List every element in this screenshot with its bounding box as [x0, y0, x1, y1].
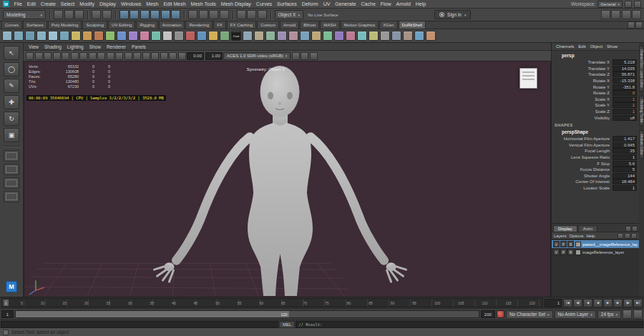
channel-row[interactable]: F Stop 5.6 — [552, 160, 639, 167]
viewport-toolbar-icon[interactable] — [142, 52, 150, 60]
layer-playback-toggle[interactable]: P — [560, 249, 567, 255]
snap-icon[interactable] — [130, 10, 139, 19]
channel-value-field[interactable]: 1 — [613, 97, 637, 102]
render-icon[interactable] — [258, 10, 267, 19]
viewport-toolbar-icon[interactable] — [35, 52, 43, 60]
layer-menu[interactable]: Help — [586, 234, 595, 238]
channel-value-field[interactable]: 144 — [613, 173, 637, 179]
anim-layer-selector[interactable]: No Anim Layer ▾ — [555, 310, 596, 319]
viewport-toolbar-icon[interactable] — [310, 52, 318, 60]
menu-set-selector[interactable]: Modeling ▾ — [3, 10, 46, 19]
channel-row[interactable]: Translate X 5.218 — [552, 59, 639, 66]
menu-item[interactable]: Mesh Display — [218, 1, 253, 6]
shelf-tool-icon[interactable] — [208, 31, 218, 41]
viewport-toolbar-icon[interactable] — [292, 52, 300, 60]
menu-item[interactable]: Cache — [358, 1, 378, 6]
shelf-tool-icon[interactable] — [117, 31, 127, 41]
animation-start-field[interactable] — [1, 310, 14, 318]
exposure-field[interactable] — [187, 52, 204, 60]
shelf-tab[interactable]: Custom — [257, 21, 279, 29]
animation-preferences-icon[interactable] — [633, 310, 643, 319]
shelf-tool-icon[interactable] — [391, 31, 401, 41]
viewport-toolbar-icon[interactable] — [169, 52, 177, 60]
layer-menu[interactable]: Layers — [554, 234, 566, 238]
status-icon[interactable] — [54, 10, 63, 19]
command-input[interactable] — [1, 321, 278, 328]
playback-button[interactable]: ◀ — [593, 299, 602, 307]
viewport-toolbar-icon[interactable] — [178, 52, 186, 60]
shelf-tab[interactable]: Arnold — [280, 21, 299, 29]
shelf-tool-icon[interactable] — [346, 31, 356, 41]
channel-box-menu[interactable]: Object — [589, 44, 604, 49]
layout-preset-button[interactable] — [4, 164, 19, 175]
channel-row[interactable]: Scale Y 1 — [552, 102, 639, 109]
menu-item[interactable]: File — [11, 1, 24, 6]
character-model[interactable] — [154, 66, 406, 296]
layer-playback-toggle[interactable]: P — [560, 241, 567, 247]
viewport-toolbar-icon[interactable] — [160, 52, 168, 60]
selection-mask-icon[interactable] — [199, 10, 208, 19]
channel-value-field[interactable]: 1 — [613, 185, 637, 191]
viewport-toolbar-icon[interactable] — [125, 52, 132, 60]
image-plane-card[interactable] — [519, 68, 537, 89]
shelf-tool-icon[interactable] — [151, 31, 161, 41]
sidebar-toggle-icon[interactable] — [601, 10, 610, 19]
viewport-toolbar-icon[interactable] — [107, 52, 114, 60]
shelf-tab[interactable]: XGen — [379, 21, 397, 29]
channel-box-menu[interactable]: Show — [605, 44, 619, 49]
shelf-tab[interactable]: FX — [213, 21, 226, 29]
shelf-tool-icon[interactable] — [220, 31, 230, 41]
shelf-tool-icon[interactable] — [94, 31, 104, 41]
colorspace-selector[interactable]: ACES 1.0 SDR-video (sRGB) ▾ — [223, 52, 291, 60]
range-slider-track[interactable]: 120 — [15, 310, 479, 318]
channel-box-menu[interactable]: Channels — [555, 44, 575, 49]
channel-value-field[interactable]: 1 — [613, 102, 637, 108]
panel-menu-item[interactable]: Shading — [42, 44, 64, 49]
toolbox-tool-button[interactable]: ↻ — [4, 112, 19, 126]
viewport-toolbar-icon[interactable] — [115, 52, 123, 60]
channel-value-field[interactable]: 35 — [613, 148, 637, 154]
menu-item[interactable]: Arnold — [394, 1, 413, 6]
shelf-tool-icon[interactable] — [426, 31, 436, 41]
channel-row[interactable]: Scale Z 1 — [552, 109, 639, 115]
channel-value-field[interactable]: -15.338 — [613, 78, 637, 84]
shelf-tool-icon[interactable] — [14, 31, 24, 41]
side-panel-tab[interactable]: Attribute Editor — [639, 130, 644, 159]
snap-icon[interactable] — [161, 10, 170, 19]
panel-menu-item[interactable]: Lighting — [65, 44, 86, 49]
shelf-tool-icon[interactable] — [128, 31, 138, 41]
sign-in-button[interactable]: Sign in ▾ — [434, 10, 471, 19]
shelf-tool-icon[interactable]: Coat — [231, 31, 241, 41]
workspace-selector[interactable]: General ▾ — [597, 1, 623, 8]
shelf-tool-icon[interactable] — [311, 31, 321, 41]
viewport-toolbar-icon[interactable] — [97, 52, 105, 60]
viewport-toolbar-icon[interactable] — [79, 52, 87, 60]
viewport-toolbar-icon[interactable] — [26, 52, 34, 60]
menu-item[interactable]: Mesh Tools — [188, 1, 218, 6]
shelf-tool-icon[interactable] — [334, 31, 344, 41]
layer-color-swatch[interactable] — [575, 242, 581, 247]
toolbox-tool-button[interactable]: ▣ — [4, 128, 19, 142]
shelf-tool-icon[interactable] — [380, 31, 390, 41]
menu-item[interactable]: Display — [97, 1, 118, 6]
shelf-tool-icon[interactable] — [36, 31, 47, 41]
sidebar-toggle-icon[interactable] — [632, 10, 641, 19]
menu-item[interactable]: Edit Mesh — [161, 1, 188, 6]
channel-row[interactable]: Shutter Angle 144 — [552, 173, 639, 179]
sidebar-toggle-icon[interactable] — [622, 10, 631, 19]
shelf-menu-icon[interactable] — [628, 21, 635, 29]
shelf-tab[interactable]: FX Caching — [227, 21, 256, 29]
shelf-tab[interactable]: DuRkShell — [399, 21, 426, 29]
menu-item[interactable]: Select — [58, 1, 77, 6]
side-panel-tab[interactable]: Channel Box / Layer Editor — [639, 46, 644, 92]
menu-item[interactable]: Flow — [378, 1, 394, 6]
gamma-field[interactable] — [205, 52, 223, 60]
channel-row[interactable]: Focus Distance 5 — [552, 167, 639, 173]
layer-display-type-toggle[interactable]: R — [567, 241, 574, 247]
shelf-tool-icon[interactable] — [300, 31, 310, 41]
snap-icon[interactable] — [140, 10, 150, 19]
menu-item[interactable]: Edit — [24, 1, 38, 6]
channel-row[interactable]: Visibility off — [552, 114, 639, 121]
layer-name[interactable]: imageReference_layer — [582, 250, 624, 255]
shelf-tool-icon[interactable] — [288, 31, 298, 41]
